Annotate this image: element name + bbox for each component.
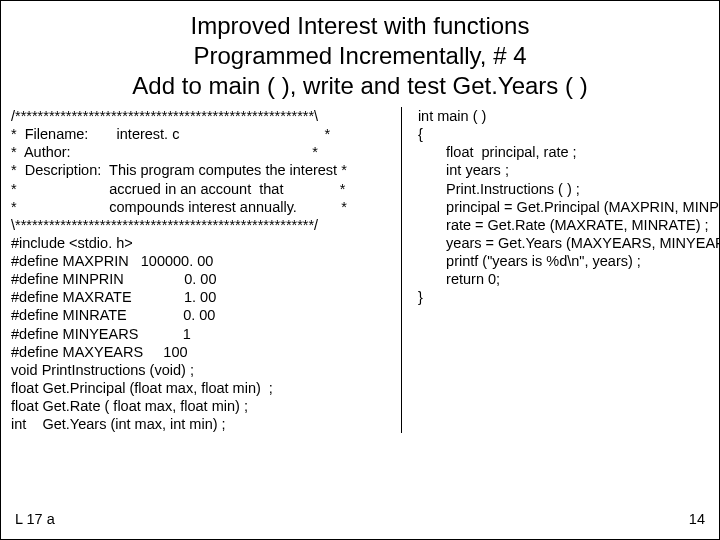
left-column: /***************************************… [11,107,402,433]
right-column: int main ( ) { float principal, rate ; i… [402,107,709,433]
right-code-block: int main ( ) { float principal, rate ; i… [418,107,709,306]
title-line-3: Add to main ( ), write and test Get.Year… [11,71,709,101]
slide-title: Improved Interest with functions Program… [11,11,709,101]
footer-left-label: L 17 a [15,511,55,527]
left-code-block: /***************************************… [11,107,391,433]
title-line-2: Programmed Incrementally, # 4 [11,41,709,71]
page-number: 14 [689,511,705,527]
slide: Improved Interest with functions Program… [0,0,720,540]
title-line-1: Improved Interest with functions [11,11,709,41]
content-columns: /***************************************… [11,107,709,433]
